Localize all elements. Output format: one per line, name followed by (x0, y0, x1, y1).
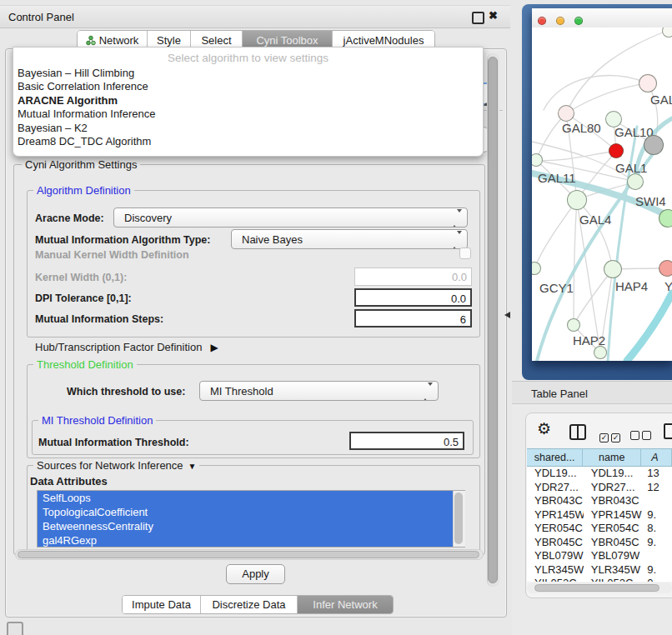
attributes-scrollbar-thumb[interactable] (454, 492, 463, 544)
table-row[interactable]: YBR045CYBR045C9. (527, 536, 672, 550)
aracne-mode-select[interactable]: Discovery (113, 208, 468, 228)
table-row[interactable]: YLR345WYLR345W9. (527, 563, 672, 578)
float-window-icon[interactable] (472, 12, 484, 24)
table-cell: YBL079W (584, 549, 642, 563)
network-node[interactable] (594, 346, 607, 359)
table-cell: YBR045C (527, 536, 584, 550)
network-node[interactable] (627, 173, 644, 190)
table-row[interactable]: YPR145WYPR145W9. (527, 508, 672, 522)
table-row[interactable]: YIL052CYIL052C0. (527, 577, 672, 582)
settings-hscrollbar-thumb[interactable] (18, 551, 479, 558)
mi-algorithm-type-select[interactable]: Naive Bayes (231, 229, 468, 249)
combo-stepper-icon (452, 234, 462, 247)
table-cell: YLR345W (584, 563, 642, 578)
algorithm-option-aracne-algorithm[interactable]: ARACNE Algorithm (13, 94, 483, 108)
kernel-width-label: Kernel Width (0,1): (35, 272, 127, 283)
tab-label: Network (99, 34, 139, 47)
network-node-hap2[interactable] (567, 318, 580, 332)
column-layout-icon[interactable] (569, 424, 586, 440)
table-cell: YER054C (527, 522, 584, 536)
algorithm-option-bayesian-k2[interactable]: Bayesian – K2 (13, 122, 483, 135)
network-node[interactable] (659, 209, 672, 228)
control-panel-titlebar: Control Panel ✖ (0, 5, 510, 28)
sources-group-title[interactable]: Sources for Network Inference▼ (33, 459, 199, 472)
algorithm-option-basic-correlation-inference[interactable]: Basic Correlation Inference (13, 80, 483, 93)
minimize-traffic-light-icon[interactable] (556, 17, 564, 25)
algorithm-option-mutual-information-inference[interactable]: Mutual Information Inference (13, 108, 483, 121)
node-table: shared...nameA YDL19...YDL19...13YDR27..… (527, 448, 672, 593)
table-cell: YLR345W (527, 563, 584, 578)
mi-steps-label: Mutual Information Steps: (35, 313, 163, 325)
algorithm-option-bayesian-hill-climbing[interactable]: Bayesian – Hill Climbing (13, 67, 483, 80)
mi-algorithm-type-label: Mutual Information Algorithm Type: (35, 234, 210, 246)
network-node-gal[interactable] (639, 74, 657, 92)
combo-stepper-icon (423, 386, 433, 398)
table-row[interactable]: YBR043CYBR043C (527, 494, 672, 508)
table-row[interactable]: YER054CYER054C8. (527, 522, 672, 536)
algorithm-option-dream8-dc-tdc-algorithm[interactable]: Dream8 DC_TDC Algorithm (13, 135, 483, 148)
apply-button[interactable]: Apply (226, 564, 285, 584)
table-cell: YPR145W (584, 508, 642, 522)
collapsed-panel-icon[interactable] (7, 622, 23, 635)
hub-definition-expander[interactable]: Hub/Transcription Factor Definition▶ (35, 341, 218, 353)
table-cell: YBL079W (527, 549, 584, 563)
column-header-a[interactable]: A (641, 449, 672, 466)
zoom-traffic-light-icon[interactable] (574, 17, 583, 25)
network-node-label: GAL11 (538, 171, 576, 185)
deselect-all-checkboxes-icon[interactable] (630, 428, 654, 443)
expander-expanded-icon[interactable]: ▼ (188, 462, 197, 471)
network-node-label: HAP4 (615, 279, 648, 293)
network-node-label: GAL80 (562, 121, 601, 135)
select-all-checkboxes-icon[interactable]: ✓✓ (599, 428, 623, 443)
table-cell: YBR043C (527, 494, 584, 508)
table-cell: YDL19... (527, 467, 584, 481)
table-row[interactable]: YDR27...YDR27...12 (527, 481, 672, 495)
network-canvas[interactable]: GALGAL80GAL10GAL1GAL11SWI4GAL4GCY1HAP4YH… (532, 28, 672, 361)
aracne-mode-value: Discovery (124, 212, 172, 224)
column-header-shared[interactable]: shared... (527, 449, 583, 466)
attribute-item-betweennesscentrality[interactable]: BetweennessCentrality (38, 519, 464, 533)
network-node[interactable] (644, 135, 664, 155)
close-traffic-light-icon[interactable] (538, 17, 546, 25)
column-header-name[interactable]: name (583, 449, 641, 466)
expander-collapsed-icon[interactable]: ▶ (210, 342, 218, 353)
dpi-tolerance-field[interactable]: 0.0 (354, 288, 472, 307)
network-node-y[interactable] (659, 260, 672, 277)
network-node-gal1[interactable] (609, 143, 624, 158)
network-view-window[interactable]: GALGAL80GAL10GAL1GAL11SWI4GAL4GCY1HAP4YH… (532, 8, 672, 361)
network-node-gal80[interactable] (558, 105, 574, 122)
table-header-row: shared...nameA (527, 448, 672, 467)
settings-scrollbar-thumb[interactable] (488, 57, 498, 583)
kernel-width-field[interactable]: 0.0 (354, 268, 472, 286)
table-cell: 9. (642, 563, 672, 578)
table-row[interactable]: YDL19...YDL19...13 (527, 467, 672, 481)
which-threshold-value: MI Threshold (210, 385, 273, 398)
tab-discretize-data[interactable]: Discretize Data (201, 596, 298, 613)
mi-threshold-field[interactable]: 0.5 (349, 432, 464, 450)
mi-steps-field[interactable]: 6 (354, 309, 472, 328)
attribute-item-topologicalcoefficient[interactable]: TopologicalCoefficient (38, 505, 464, 519)
export-table-icon[interactable] (664, 423, 672, 439)
table-cell: YPR145W (527, 508, 584, 522)
network-node-gal4[interactable] (567, 190, 587, 210)
attribute-item-gal4rgexp[interactable]: gal4RGexp (38, 533, 464, 548)
which-threshold-select[interactable]: MI Threshold (199, 381, 439, 401)
gear-icon[interactable]: ⚙ (537, 419, 551, 438)
data-attributes-list[interactable]: SelfLoopsTopologicalCoefficientBetweenne… (37, 490, 465, 548)
close-icon[interactable]: ✖ (489, 9, 498, 22)
tab-impute-data[interactable]: Impute Data (123, 596, 201, 613)
manual-kernel-width-checkbox[interactable] (459, 248, 471, 259)
table-cell: 9. (642, 536, 672, 550)
hub-definition-label: Hub/Transcription Factor Definition (35, 341, 202, 353)
control-panel-title: Control Panel (8, 11, 74, 23)
manual-kernel-width-label: Manual Kernel Width Definition (35, 249, 189, 261)
attribute-item-selfloops[interactable]: SelfLoops (38, 491, 464, 505)
table-hscrollbar-thumb[interactable] (534, 584, 659, 592)
network-node-label: GAL (650, 92, 672, 107)
table-cell: 8. (642, 522, 672, 536)
tab-infer-network[interactable]: Infer Network (298, 596, 393, 613)
network-tab-icon (86, 35, 96, 46)
network-window-titlebar (532, 8, 672, 28)
network-node-hap4[interactable] (604, 260, 622, 278)
table-row[interactable]: YBL079WYBL079W (527, 549, 672, 563)
